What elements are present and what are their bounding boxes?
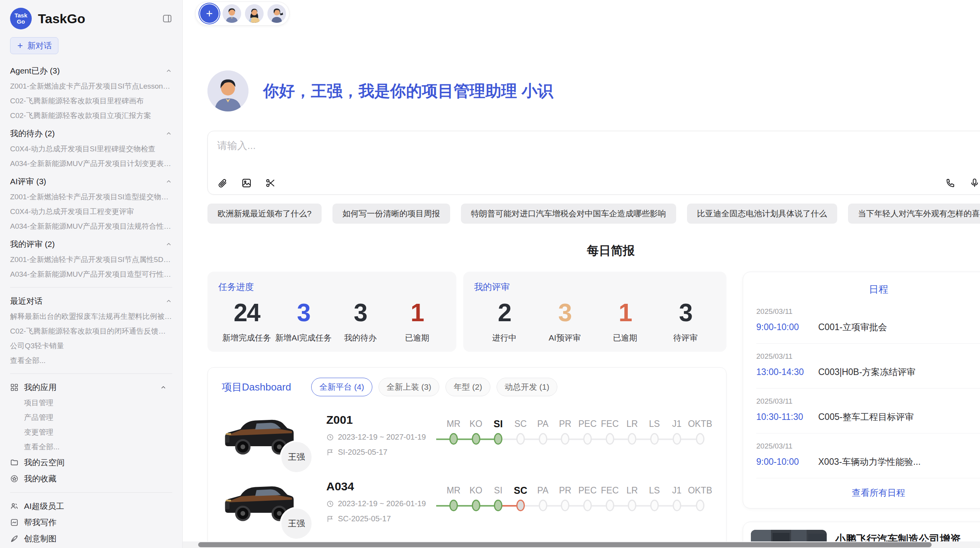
dashboard-tab[interactable]: 全新平台 (4) [311,378,372,396]
todo-item[interactable]: C0X4-动力总成开发项目SI里程碑提交物检查 [10,142,172,156]
view-all-schedule-link[interactable]: 查看所有日程 [756,478,980,499]
sidebar-item-ai-super-staff[interactable]: AI超级员工 [10,498,172,514]
phone-icon[interactable] [945,178,956,188]
avatar-3[interactable] [267,4,286,23]
conversation-item[interactable]: Z001-全新燃油皮卡产品开发项目SI节点Lesson Learn报告 [10,79,172,94]
suggestion-chip[interactable]: 欧洲新规最近颁布了什么? [207,204,322,224]
review-item[interactable]: Z001-全新燃油轻卡产品开发项目SI节点属性5D文件评审 [10,252,172,267]
milestone: MR [442,483,465,515]
review-item[interactable]: A034-全新新能源MUV产品开发项目法规符合性评审 [10,219,172,234]
scissors-icon[interactable] [265,178,276,188]
add-session-button[interactable] [200,4,219,23]
recent-item[interactable]: 解释最新出台的欧盟报废车法规再生塑料比例被调至15%... [10,309,172,324]
dashboard-tab[interactable]: 全新上装 (3) [379,378,440,396]
milestone-dot [516,433,525,445]
suggestion-chip[interactable]: 比亚迪全固态电池计划具体说了什么 [687,204,837,224]
avatar-2[interactable] [245,4,264,23]
new-chat-button[interactable]: 新对话 [10,37,58,54]
sidebar-item-favorites[interactable]: 我的收藏 [10,471,172,487]
recent-view-all[interactable]: 查看全部... [10,353,172,368]
schedule-event-title: X003-车辆动力学性能验... [818,456,977,468]
suggestion-chip[interactable]: 当下年轻人对汽车外观有怎样的喜好趋势 [848,204,980,224]
app-item[interactable]: 查看全部... [24,440,172,454]
content: 你好，王强，我是你的项目管理助理 小识 欧洲新规最近颁布了什么?如何写一份清晰的… [183,70,980,548]
project-row[interactable]: 王强 A034 2023-12-19 ~ 2026-01-19 SC-2025-… [222,480,712,529]
dashboard-tab[interactable]: 年型 (2) [445,378,490,396]
logo-row: Task Go TaskGo [10,0,172,37]
session-avatar-pill [195,2,290,26]
project-row[interactable]: 王强 Z001 2023-12-19 ~ 2027-01-19 SI-2025-… [222,413,712,463]
milestone-label: LS [643,483,666,498]
suggestion-chip[interactable]: 特朗普可能对进口汽车增税会对中国车企造成哪些影响 [461,204,676,224]
milestone-label: SI [487,483,509,498]
milestone: OKTB [688,416,712,448]
chat-input[interactable] [217,139,980,177]
milestone: PA [532,416,554,448]
sidebar-item-creative-drawing[interactable]: 创意制图 [10,531,172,547]
app-item[interactable]: 项目管理 [24,396,172,410]
stat: 2 进行中 [474,298,535,343]
app-title: TaskGo [38,11,162,26]
milestone-label: MR [442,483,465,498]
section-header-agent-done[interactable]: Agent已办 (3) [10,63,172,79]
hero: 你好，王强，我是你的项目管理助理 小识 [207,70,980,111]
section-header-my-review[interactable]: 我的评审 (2) [10,236,172,252]
stat-label: 进行中 [474,332,535,343]
schedule-time: 10:30-11:30 [756,412,818,422]
horizontal-scrollbar[interactable] [183,541,980,548]
section-header-ai-review[interactable]: AI评审 (3) [10,173,172,190]
schedule-time: 9:00-10:00 [756,322,818,332]
sidebar-item-my-apps[interactable]: 我的应用 [10,379,172,396]
conversation-item[interactable]: C02-飞腾新能源轻客改款项目里程碑画布 [10,94,172,108]
milestone-dot [449,500,458,511]
review-item[interactable]: A034-全新新能源MUV产品开发项目造型可行性评审 [10,267,172,282]
milestone-label: LS [643,416,666,431]
section-header-my-todo[interactable]: 我的待办 (2) [10,125,172,142]
review-item[interactable]: C0X4-动力总成开发项目工程变更评审 [10,204,172,219]
dashboard-tab[interactable]: 动总开发 (1) [497,378,558,396]
composer-tools [217,177,980,189]
suggestion-chip[interactable]: 如何写一份清晰的项目周报 [332,204,450,224]
collapse-sidebar-icon[interactable] [162,14,172,24]
app-item[interactable]: 产品管理 [24,410,172,425]
plus-icon [205,9,214,18]
attach-icon[interactable] [217,178,228,188]
milestone: FEC [599,483,621,515]
milestone-label: PEC [576,416,599,431]
milestone-track: MR KO [442,483,712,515]
avatar-1[interactable] [223,4,241,23]
pen-icon [10,534,19,543]
stat-value: 3 [275,298,332,327]
card-title: 我的评审 [474,281,716,293]
recent-item[interactable]: C02-飞腾新能源轻客改款项目的闭环通告反馈情况 [10,324,172,339]
milestone-dot [606,433,614,445]
topbar: 王强 [183,0,980,27]
schedule-date: 2025/03/11 [756,352,980,361]
stats-row: 任务进度 24 新增完成任务 3 新增AI [207,272,726,352]
right-column: 日程 2025/03/11 9:00-10:00 C001-立项审批会 加入 [743,272,980,548]
app-item[interactable]: 变更管理 [24,425,172,440]
review-item[interactable]: Z001-全新燃油轻卡产品开发项目SI造型提交物评审 [10,190,172,204]
image-icon[interactable] [241,178,252,188]
sidebar-item-help-me-write[interactable]: 帮我写作 [10,514,172,531]
milestone: PEC [576,483,599,515]
stat-label: 已逾期 [389,332,445,343]
stat-value: 2 [474,298,535,327]
schedule-list: 2025/03/11 9:00-10:00 C001-立项审批会 加入 2025… [756,299,980,478]
scrollbar-thumb[interactable] [198,542,932,547]
todo-item[interactable]: A034-全新新能源MUV产品开发项目计划变更表编写 [10,156,172,171]
recent-item[interactable]: 公司Q3轻卡销量 [10,339,172,353]
mic-icon[interactable] [969,178,980,188]
milestone-dot [650,500,659,511]
schedule-time: 9:00-10:00 [756,457,818,467]
milestone: PA [532,483,554,515]
conversation-item[interactable]: C02-飞腾新能源轻客改款项目立项汇报方案 [10,108,172,123]
schedule-entry: 2025/03/11 10:30-11:30 C005-整车工程目标评审 加入 [756,388,980,433]
sidebar-item-cloud-space[interactable]: 我的云空间 [10,454,172,471]
ai-review-list: Z001-全新燃油轻卡产品开发项目SI造型提交物评审C0X4-动力总成开发项目工… [10,190,172,234]
section-header-recent[interactable]: 最近对话 [10,293,172,309]
milestone-dot [628,433,636,445]
milestone-label: J1 [666,416,688,431]
milestone: MR [442,416,465,448]
milestone-dot [561,500,569,511]
